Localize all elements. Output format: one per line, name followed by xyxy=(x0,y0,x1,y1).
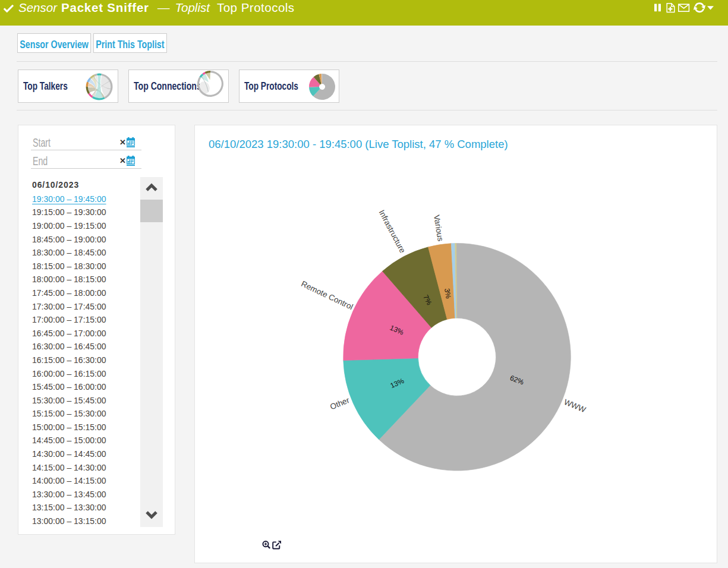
svg-text:3%: 3% xyxy=(443,288,453,299)
svg-text:Various: Various xyxy=(432,214,445,242)
svg-text:Infrastructure: Infrastructure xyxy=(377,209,408,254)
svg-text:Remote Control: Remote Control xyxy=(300,279,355,311)
svg-text:Other: Other xyxy=(329,396,351,412)
svg-text:WWW: WWW xyxy=(563,397,587,415)
